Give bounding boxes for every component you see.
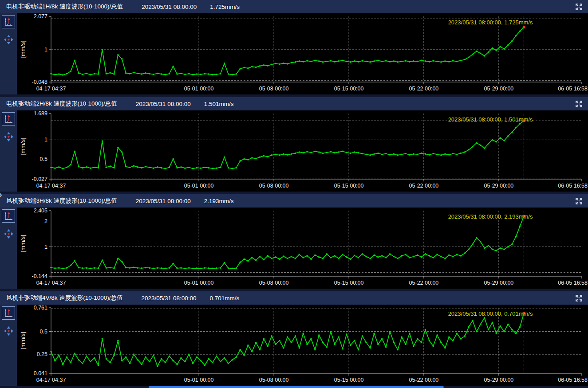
svg-text:04-17 04:37: 04-17 04:37 xyxy=(36,86,66,92)
chart-toolbar xyxy=(0,110,17,192)
cursor-value: 1.725mm/s xyxy=(210,4,240,10)
chart-area: 2.40521-0.14404-17 04:3705-01 00:0005-08… xyxy=(17,208,588,289)
svg-text:0.25: 0.25 xyxy=(37,351,47,357)
svg-text:05-01 00:00: 05-01 00:00 xyxy=(184,86,214,92)
pan-button[interactable] xyxy=(3,228,14,239)
autoscale-button[interactable] xyxy=(2,112,15,125)
svg-text:06-05 16:58: 06-05 16:58 xyxy=(558,377,588,383)
svg-text:[mm/s]: [mm/s] xyxy=(20,235,26,252)
chart-row: 0.7610.50.250.04104-17 04:3705-01 00:000… xyxy=(0,305,588,386)
chart-area: 1.68910.5-0.02704-17 04:3705-01 00:0005-… xyxy=(17,110,588,192)
svg-text:1: 1 xyxy=(44,244,47,250)
cursor-timestamp: 2023/05/31 08:00:00 xyxy=(142,4,197,10)
svg-text:05-22 00:00: 05-22 00:00 xyxy=(409,377,439,383)
svg-text:0.761: 0.761 xyxy=(34,305,47,311)
svg-text:[mm/s]: [mm/s] xyxy=(20,332,26,349)
pan-button[interactable] xyxy=(3,131,14,142)
chart-toolbar xyxy=(0,13,17,94)
svg-text:04-17 04:37: 04-17 04:37 xyxy=(36,280,66,286)
pan-move-icon xyxy=(4,229,14,239)
chart-row: 2.0771-0.04804-17 04:3705-01 00:0005-08 … xyxy=(0,13,588,94)
svg-text:06-05 16:58: 06-05 16:58 xyxy=(558,86,588,92)
expand-icon xyxy=(575,197,583,205)
svg-text:-0.027: -0.027 xyxy=(32,176,47,182)
svg-text:05-01 00:00: 05-01 00:00 xyxy=(184,280,214,286)
pan-move-icon xyxy=(4,132,14,142)
svg-text:05-29 00:00: 05-29 00:00 xyxy=(484,377,514,383)
svg-text:06-05 16:58: 06-05 16:58 xyxy=(558,280,588,286)
chart-toolbar xyxy=(0,208,17,289)
cursor-timestamp: 2023/05/31 08:00:00 xyxy=(142,295,197,302)
chart-area: 2.0771-0.04804-17 04:3705-01 00:0005-08 … xyxy=(17,13,588,94)
svg-text:05-15 00:00: 05-15 00:00 xyxy=(334,377,364,383)
panel-header: 风机非驱动端4V/8k 速度波形(10-1000)/总值 2023/05/31 … xyxy=(0,291,588,305)
svg-text:2023/05/31 08:00:00, 1.725mm/s: 2023/05/31 08:00:00, 1.725mm/s xyxy=(448,19,533,26)
svg-text:1: 1 xyxy=(44,47,47,53)
chart-row: 2.40521-0.14404-17 04:3705-01 00:0005-08… xyxy=(0,208,588,289)
autoscale-axis-icon xyxy=(3,16,14,27)
svg-text:05-15 00:00: 05-15 00:00 xyxy=(334,280,364,286)
panel-header: 风机驱动端3H/8k 速度波形(10-1000)/总值 2023/05/31 0… xyxy=(0,194,588,208)
svg-text:05-08 00:00: 05-08 00:00 xyxy=(259,183,289,189)
svg-text:05-15 00:00: 05-15 00:00 xyxy=(334,86,364,92)
svg-text:2.405: 2.405 xyxy=(34,208,47,214)
channel-title: 风机驱动端3H/8k 速度波形(10-1000)/总值 xyxy=(6,197,117,205)
chart-toolbar xyxy=(0,305,17,386)
svg-text:0.041: 0.041 xyxy=(34,370,47,376)
expand-button[interactable] xyxy=(574,99,584,109)
svg-text:2: 2 xyxy=(44,218,47,224)
panel-header: 电机驱动端2H/8k 速度波形(10-1000)/总值 2023/05/31 0… xyxy=(0,97,588,110)
cursor-value: 1.501mm/s xyxy=(204,101,234,107)
svg-text:0.5: 0.5 xyxy=(40,156,47,162)
channel-title: 电机驱动端2H/8k 速度波形(10-1000)/总值 xyxy=(6,100,117,108)
pan-button[interactable] xyxy=(3,34,14,45)
svg-text:04-17 04:37: 04-17 04:37 xyxy=(36,377,66,383)
svg-text:1.689: 1.689 xyxy=(34,110,47,117)
trend-chart[interactable]: 2.40521-0.14404-17 04:3705-01 00:0005-08… xyxy=(17,208,588,289)
autoscale-button[interactable] xyxy=(2,15,15,28)
cursor-value: 0.701mm/s xyxy=(209,295,239,302)
svg-text:05-15 00:00: 05-15 00:00 xyxy=(334,183,364,189)
svg-text:2023/05/31 08:00:00, 1.501mm/s: 2023/05/31 08:00:00, 1.501mm/s xyxy=(448,116,533,123)
pan-move-icon xyxy=(4,326,14,336)
svg-text:1: 1 xyxy=(44,137,47,143)
trend-chart[interactable]: 0.7610.50.250.04104-17 04:3705-01 00:000… xyxy=(17,305,588,386)
trend-chart[interactable]: 2.0771-0.04804-17 04:3705-01 00:0005-08 … xyxy=(17,13,588,94)
svg-text:06-05 16:58: 06-05 16:58 xyxy=(558,183,588,189)
autoscale-button[interactable] xyxy=(2,306,15,320)
svg-text:2.077: 2.077 xyxy=(34,13,47,20)
horizontal-scrollbar-thumb[interactable] xyxy=(149,386,444,388)
pan-button[interactable] xyxy=(3,325,14,336)
expand-button[interactable] xyxy=(574,294,584,303)
chart-row: 1.68910.5-0.02704-17 04:3705-01 00:0005-… xyxy=(0,110,588,192)
autoscale-axis-icon xyxy=(3,113,14,125)
svg-text:0.5: 0.5 xyxy=(40,329,47,335)
autoscale-button[interactable] xyxy=(2,209,15,223)
trend-panel-1: 电机非驱动端1H/8k 速度波形(10-1000)/总值 2023/05/31 … xyxy=(0,0,588,94)
svg-text:05-22 00:00: 05-22 00:00 xyxy=(409,86,439,92)
vibration-monitor-app: 电机非驱动端1H/8k 速度波形(10-1000)/总值 2023/05/31 … xyxy=(0,0,588,388)
svg-text:05-22 00:00: 05-22 00:00 xyxy=(409,280,439,286)
expand-icon xyxy=(575,3,583,11)
cursor-timestamp: 2023/05/31 08:00:00 xyxy=(136,198,191,204)
pan-move-icon xyxy=(4,35,14,45)
svg-text:05-29 00:00: 05-29 00:00 xyxy=(484,86,514,92)
svg-text:05-29 00:00: 05-29 00:00 xyxy=(484,280,514,286)
svg-text:05-22 00:00: 05-22 00:00 xyxy=(409,183,439,189)
trend-chart[interactable]: 1.68910.5-0.02704-17 04:3705-01 00:0005-… xyxy=(17,110,588,192)
trend-panel-2: 电机驱动端2H/8k 速度波形(10-1000)/总值 2023/05/31 0… xyxy=(0,97,588,192)
chart-area: 0.7610.50.250.04104-17 04:3705-01 00:000… xyxy=(17,305,588,386)
expand-icon xyxy=(575,100,583,108)
svg-text:[mm/s]: [mm/s] xyxy=(20,138,26,155)
channel-title: 风机非驱动端4V/8k 速度波形(10-1000)/总值 xyxy=(6,294,123,302)
panel-header: 电机非驱动端1H/8k 速度波形(10-1000)/总值 2023/05/31 … xyxy=(0,0,588,13)
expand-icon xyxy=(575,294,583,302)
svg-text:2023/05/31 08:00:00, 0.701mm/s: 2023/05/31 08:00:00, 0.701mm/s xyxy=(448,310,533,317)
expand-button[interactable] xyxy=(574,196,584,206)
svg-text:05-29 00:00: 05-29 00:00 xyxy=(484,183,514,189)
sidebar-expand-button[interactable]: › xyxy=(0,190,2,199)
cursor-value: 2.193mm/s xyxy=(204,198,234,204)
expand-button[interactable] xyxy=(574,2,584,12)
svg-text:2023/05/31 08:00:00, 2.193mm/s: 2023/05/31 08:00:00, 2.193mm/s xyxy=(448,213,533,220)
svg-text:05-01 00:00: 05-01 00:00 xyxy=(184,183,214,189)
